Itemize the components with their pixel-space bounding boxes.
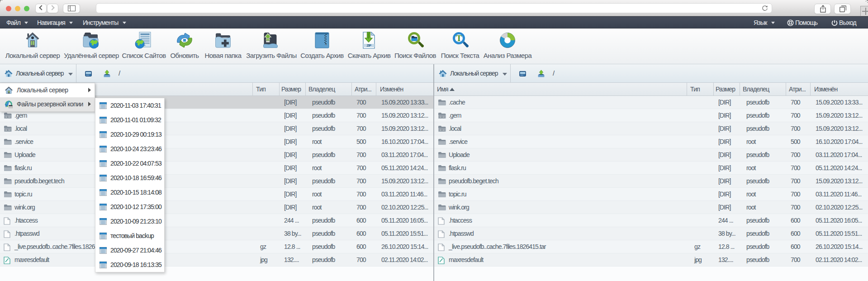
svg-text:T: T <box>456 34 462 43</box>
svg-text:ZIP: ZIP <box>367 43 371 48</box>
